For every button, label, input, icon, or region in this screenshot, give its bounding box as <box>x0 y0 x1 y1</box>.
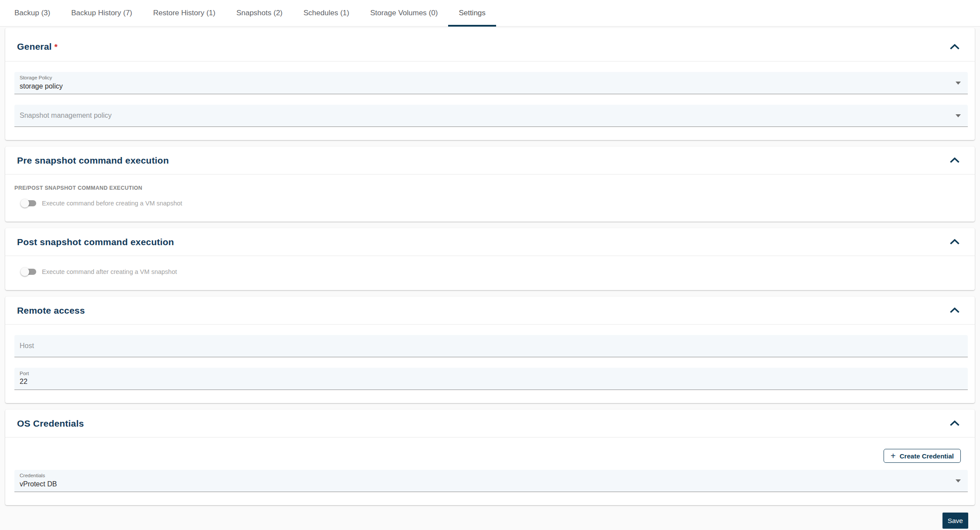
create-credential-label: Create Credential <box>900 452 954 460</box>
caret-down-icon <box>956 82 961 85</box>
remote-access-card-header: Remote access <box>5 297 975 325</box>
caret-down-icon <box>956 479 961 482</box>
tab-bar: Backup (3) Backup History (7) Restore Hi… <box>0 0 980 27</box>
pre-snapshot-card-header: Pre snapshot command execution <box>5 147 975 174</box>
tab-restore-history[interactable]: Restore History (1) <box>143 0 226 26</box>
general-section-title: General* <box>17 41 58 52</box>
chevron-up-icon[interactable] <box>948 306 962 315</box>
storage-policy-select[interactable]: Storage Policy storage policy <box>14 72 968 94</box>
pre-post-group-label: PRE/POST SNAPSHOT COMMAND EXECUTION <box>14 185 968 191</box>
footer-actions: Save <box>5 512 975 529</box>
tab-backup-history[interactable]: Backup History (7) <box>61 0 143 26</box>
tab-backup[interactable]: Backup (3) <box>4 0 61 26</box>
snapshot-management-policy-placeholder: Snapshot management policy <box>20 112 112 120</box>
remote-access-card-body: Port <box>5 325 975 403</box>
create-credential-row: + Create Credential <box>14 449 961 463</box>
os-credentials-card-body: + Create Credential Credentials vProtect… <box>5 438 975 505</box>
post-snapshot-toggle-label: Execute command after creating a VM snap… <box>42 268 177 275</box>
tab-schedules[interactable]: Schedules (1) <box>293 0 360 26</box>
required-asterisk: * <box>55 42 58 51</box>
general-card-header: General* <box>5 28 975 62</box>
post-snapshot-toggle-row: Execute command after creating a VM snap… <box>21 267 968 277</box>
chevron-up-icon[interactable] <box>948 237 962 246</box>
pre-snapshot-toggle-row: Execute command before creating a VM sna… <box>21 198 968 209</box>
remote-access-card: Remote access Port <box>5 297 975 403</box>
storage-policy-value: storage policy <box>20 82 950 91</box>
snapshot-management-policy-select[interactable]: Snapshot management policy <box>14 105 968 127</box>
section-title-text: General <box>17 41 52 51</box>
post-snapshot-card: Post snapshot command execution Execute … <box>5 228 975 290</box>
chevron-up-icon[interactable] <box>948 42 962 51</box>
post-snapshot-toggle-switch[interactable] <box>21 269 36 275</box>
port-label: Port <box>20 371 950 376</box>
os-credentials-card-header: OS Credentials <box>5 410 975 438</box>
general-card: General* Storage Policy storage policy S… <box>5 28 975 140</box>
credentials-select[interactable]: Credentials vProtect DB <box>14 470 968 492</box>
tab-settings[interactable]: Settings <box>448 0 496 26</box>
host-input[interactable] <box>20 342 950 350</box>
host-field <box>14 335 968 357</box>
pre-snapshot-toggle-label: Execute command before creating a VM sna… <box>42 200 182 207</box>
port-input[interactable] <box>20 378 950 386</box>
pre-snapshot-card-body: PRE/POST SNAPSHOT COMMAND EXECUTION Exec… <box>5 174 975 222</box>
create-credential-button[interactable]: + Create Credential <box>884 449 961 463</box>
remote-access-section-title: Remote access <box>17 305 85 316</box>
os-credentials-card: OS Credentials + Create Credential Crede… <box>5 410 975 505</box>
pre-snapshot-card: Pre snapshot command execution PRE/POST … <box>5 147 975 222</box>
os-credentials-section-title: OS Credentials <box>17 418 84 429</box>
credentials-value: vProtect DB <box>20 480 950 489</box>
credentials-label: Credentials <box>20 473 950 479</box>
pre-snapshot-toggle-switch[interactable] <box>21 200 36 206</box>
post-snapshot-section-title: Post snapshot command execution <box>17 237 174 247</box>
storage-policy-label: Storage Policy <box>20 75 950 81</box>
post-snapshot-card-header: Post snapshot command execution <box>5 228 975 256</box>
chevron-up-icon[interactable] <box>948 156 962 165</box>
caret-down-icon <box>956 114 961 117</box>
toggle-thumb <box>21 267 29 276</box>
save-button[interactable]: Save <box>942 513 968 529</box>
chevron-up-icon[interactable] <box>948 419 962 428</box>
general-card-body: Storage Policy storage policy Snapshot m… <box>5 62 975 140</box>
post-snapshot-card-body: Execute command after creating a VM snap… <box>5 256 975 290</box>
tab-snapshots[interactable]: Snapshots (2) <box>226 0 293 26</box>
pre-snapshot-section-title: Pre snapshot command execution <box>17 155 169 166</box>
settings-page: General* Storage Policy storage policy S… <box>0 27 980 529</box>
port-field: Port <box>14 368 968 390</box>
plus-icon: + <box>891 451 896 460</box>
tab-storage-volumes[interactable]: Storage Volumes (0) <box>360 0 448 26</box>
toggle-thumb <box>21 199 29 208</box>
